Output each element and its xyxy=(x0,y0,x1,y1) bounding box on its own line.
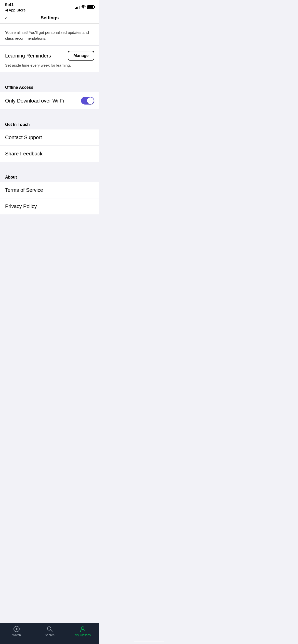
signal-bars-icon xyxy=(75,5,79,9)
get-in-touch-header: Get In Touch xyxy=(0,117,99,129)
app-store-label: App Store xyxy=(9,8,26,12)
get-in-touch-list: Contact Support Share Feedback xyxy=(0,129,99,162)
battery-icon xyxy=(87,5,94,9)
section-gap-3 xyxy=(0,162,99,169)
notification-section: You're all set! You'll get personalized … xyxy=(0,24,99,46)
learning-reminders-subtitle: Set aside time every week for learning. xyxy=(5,63,71,67)
learning-reminders-title: Learning Reminders xyxy=(5,53,51,59)
learning-reminders-row: Learning Reminders Manage xyxy=(5,51,94,61)
share-feedback-item[interactable]: Share Feedback xyxy=(0,146,99,162)
terms-of-service-label: Terms of Service xyxy=(5,187,43,193)
learning-reminders-section: Learning Reminders Manage Set aside time… xyxy=(0,46,99,72)
contact-support-label: Contact Support xyxy=(5,135,42,140)
back-button[interactable]: ‹ xyxy=(5,15,7,20)
notification-text: You're all set! You'll get personalized … xyxy=(5,30,89,40)
about-header: About xyxy=(0,169,99,182)
back-arrow-small: ◀ xyxy=(5,8,8,12)
terms-of-service-item[interactable]: Terms of Service xyxy=(0,182,99,198)
status-time: 9:41 xyxy=(5,2,26,7)
wifi-icon xyxy=(81,5,86,9)
privacy-policy-label: Privacy Policy xyxy=(5,203,37,209)
wifi-only-label: Only Download over Wi-Fi xyxy=(5,98,64,104)
wifi-only-toggle[interactable] xyxy=(81,97,94,105)
settings-content: You're all set! You'll get personalized … xyxy=(0,24,99,242)
offline-access-title: Offline Access xyxy=(5,85,33,90)
contact-support-item[interactable]: Contact Support xyxy=(0,129,99,146)
back-chevron-icon: ‹ xyxy=(5,15,7,20)
about-title: About xyxy=(5,175,17,179)
status-bar: 9:41 ◀ App Store xyxy=(0,0,99,12)
toggle-knob xyxy=(87,97,94,104)
page-title: Settings xyxy=(40,15,59,21)
share-feedback-label: Share Feedback xyxy=(5,151,43,157)
about-list: Terms of Service Privacy Policy xyxy=(0,182,99,214)
privacy-policy-item[interactable]: Privacy Policy xyxy=(0,198,99,214)
status-icons xyxy=(75,5,94,9)
nav-bar: ‹ Settings xyxy=(0,12,99,24)
wifi-only-row: Only Download over Wi-Fi xyxy=(0,92,99,109)
manage-button[interactable]: Manage xyxy=(68,51,94,61)
offline-access-header: Offline Access xyxy=(0,80,99,92)
app-store-back[interactable]: ◀ App Store xyxy=(5,8,26,12)
section-gap-1 xyxy=(0,72,99,80)
get-in-touch-title: Get In Touch xyxy=(5,122,30,127)
section-gap-2 xyxy=(0,109,99,117)
